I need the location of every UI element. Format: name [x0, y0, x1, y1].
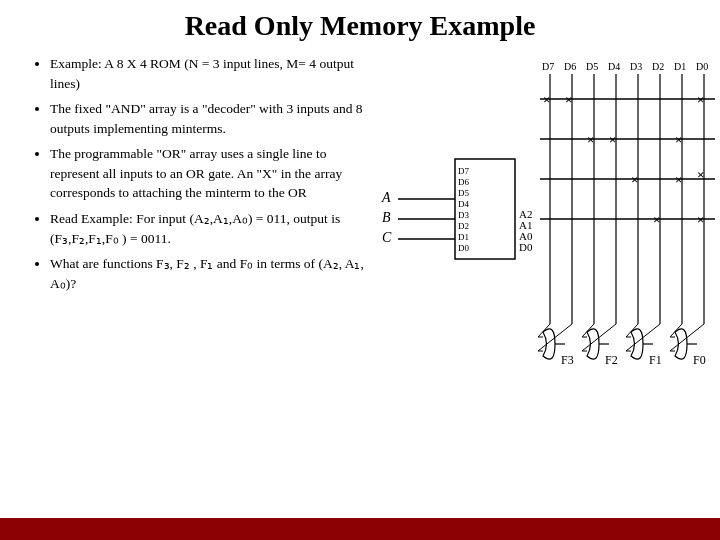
svg-text:×: ×	[587, 132, 594, 147]
bottom-bar	[0, 518, 720, 540]
svg-text:F2: F2	[605, 353, 618, 367]
svg-text:D4: D4	[608, 61, 620, 72]
svg-text:×: ×	[675, 132, 682, 147]
bullet-4: Read Example: For input (A₂,A₁,A₀) = 011…	[50, 209, 370, 248]
page-title: Read Only Memory Example	[30, 10, 690, 42]
svg-text:D3: D3	[630, 61, 642, 72]
svg-text:×: ×	[565, 92, 572, 107]
svg-text:D2: D2	[458, 221, 469, 231]
diagram-column: A B C D7 D6 D5 D4 D3 D2 D1 D0 A2	[370, 54, 720, 444]
rom-diagram: A B C D7 D6 D5 D4 D3 D2 D1 D0 A2	[380, 54, 720, 444]
svg-text:D5: D5	[586, 61, 598, 72]
bullet-1: Example: A 8 X 4 ROM (N = 3 input lines,…	[50, 54, 370, 93]
svg-text:×: ×	[631, 172, 638, 187]
svg-text:D6: D6	[564, 61, 576, 72]
svg-text:D2: D2	[652, 61, 664, 72]
svg-text:D4: D4	[458, 199, 469, 209]
svg-text:D5: D5	[458, 188, 469, 198]
bullet-3: The programmable "OR" array uses a singl…	[50, 144, 370, 203]
page-container: Read Only Memory Example Example: A 8 X …	[0, 0, 720, 540]
svg-text:×: ×	[543, 92, 550, 107]
svg-text:D1: D1	[458, 232, 469, 242]
svg-text:×: ×	[675, 172, 682, 187]
svg-text:D3: D3	[458, 210, 469, 220]
svg-text:F3: F3	[561, 353, 574, 367]
content-area: Example: A 8 X 4 ROM (N = 3 input lines,…	[30, 54, 690, 444]
svg-text:D0: D0	[696, 61, 708, 72]
svg-text:C: C	[382, 230, 392, 245]
svg-text:D6: D6	[458, 177, 469, 187]
svg-text:D0: D0	[519, 241, 533, 253]
svg-text:D0: D0	[458, 243, 469, 253]
svg-text:D7: D7	[542, 61, 554, 72]
svg-text:A: A	[381, 190, 391, 205]
svg-text:×: ×	[697, 212, 704, 227]
svg-text:F1: F1	[649, 353, 662, 367]
svg-text:×: ×	[609, 132, 616, 147]
svg-text:×: ×	[697, 92, 704, 107]
bullet-5: What are functions F₃, F₂ , F₁ and F₀ in…	[50, 254, 370, 293]
svg-text:D7: D7	[458, 166, 469, 176]
svg-text:×: ×	[697, 167, 704, 182]
text-column: Example: A 8 X 4 ROM (N = 3 input lines,…	[30, 54, 370, 444]
svg-text:B: B	[382, 210, 391, 225]
svg-text:×: ×	[653, 212, 660, 227]
bullet-2: The fixed "AND" array is a "decoder" wit…	[50, 99, 370, 138]
svg-text:F0: F0	[693, 353, 706, 367]
svg-text:D1: D1	[674, 61, 686, 72]
